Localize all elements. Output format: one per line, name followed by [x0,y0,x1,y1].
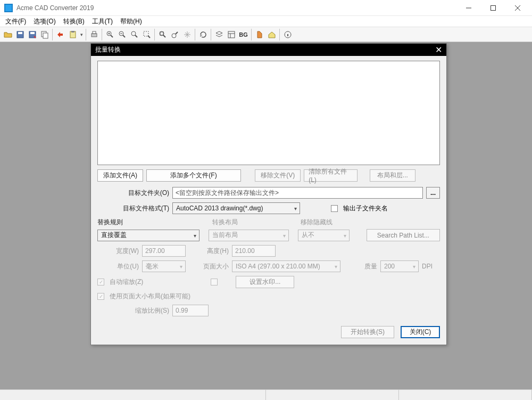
output-subfolder-checkbox[interactable] [331,205,338,212]
home-icon[interactable] [265,29,278,40]
svg-rect-14 [144,31,148,36]
use-page-layout-label: 使用页面大小布局(如果可能) [110,292,190,301]
svg-rect-6 [43,33,48,38]
dpi-label: DPI [422,263,437,270]
clear-all-button[interactable]: 清除所有文件(L) [304,169,358,182]
workspace: 批量转换 ✕ 添加文件(A) 添加多个文件(F) 移除文件(V) 清除所有文件(… [0,42,532,389]
dialog-close-icon[interactable]: ✕ [435,46,442,54]
status-cell [266,390,399,400]
remove-hidden-label: 移除隐藏线 [301,218,364,227]
auto-zoom-label: 自动缩放(Z) [110,277,143,287]
page-size-label: 页面大小 [189,262,229,271]
unit-label: 单位(U) [97,262,139,271]
output-subfolder-label: 输出子文件夹名 [343,204,388,213]
layout-icon[interactable] [225,29,237,40]
target-folder-input[interactable]: <留空则按原文件路径保存输出文件> [172,187,423,199]
svg-point-17 [172,34,176,38]
maximize-button[interactable] [481,0,505,16]
refresh-icon[interactable] [197,29,209,40]
copy-icon[interactable] [38,29,51,40]
menubar: 文件(F) 选项(O) 转换(B) 工具(T) 帮助(H) [0,16,532,27]
zoom-window-icon[interactable] [140,29,153,40]
zoom-ratio-label: 缩放比例(S) [97,306,169,315]
batch-convert-icon[interactable] [54,29,66,40]
batch-convert-dialog: 批量转换 ✕ 添加文件(A) 添加多个文件(F) 移除文件(V) 清除所有文件(… [90,43,447,345]
paste-icon[interactable] [66,29,79,40]
svg-rect-0 [491,5,496,10]
file-list[interactable] [97,61,440,165]
statusbar [0,389,532,400]
remove-file-button[interactable]: 移除文件(V) [255,169,301,182]
svg-rect-18 [228,31,235,38]
status-cell [399,390,532,400]
use-page-layout-checkbox[interactable] [97,293,104,300]
unknown-checkbox[interactable] [211,279,218,285]
menu-convert[interactable]: 转换(B) [60,16,88,27]
quality-label: 质量 [344,262,377,271]
paste-dropdown-icon[interactable]: ▾ [79,32,84,37]
auto-zoom-checkbox[interactable] [97,279,104,285]
width-label: 宽度(W) [97,247,139,256]
zoom-in-icon[interactable] [104,29,116,40]
svg-rect-4 [30,32,35,34]
search-path-button[interactable]: Search Path List... [367,229,440,241]
svg-rect-10 [93,31,96,34]
save-as-icon[interactable] [26,29,38,40]
zoom-out-icon[interactable] [116,29,128,40]
svg-point-13 [131,31,136,36]
svg-rect-16 [160,32,163,35]
viewer-icon[interactable] [253,29,265,40]
height-input[interactable]: 210.00 [232,245,276,257]
app-icon [4,4,13,12]
zoom-icon[interactable] [128,29,140,40]
toolbar: ▾ BG [0,27,532,42]
minimize-button[interactable] [456,0,481,16]
add-file-button[interactable]: 添加文件(A) [97,169,143,182]
menu-file[interactable]: 文件(F) [2,16,29,27]
titlebar: Acme CAD Converter 2019 [0,0,532,16]
zoom-ratio-input[interactable]: 0.99 [172,305,209,316]
remove-hidden-select[interactable]: 从不 [298,230,350,241]
save-icon[interactable] [14,29,26,40]
target-format-label: 目标文件格式(T) [97,204,169,213]
svg-rect-2 [18,32,22,34]
pan-icon[interactable] [181,29,193,40]
bg-toggle-icon[interactable]: BG [237,29,250,40]
height-label: 高度(H) [189,247,229,256]
info-icon[interactable] [281,29,294,40]
target-format-select[interactable]: AutoCAD 2013 drawing(*.dwg) [172,202,300,214]
replace-rule-select[interactable]: 直接覆盖 [97,230,200,241]
menu-help[interactable]: 帮助(H) [117,16,145,27]
svg-rect-9 [92,34,97,37]
close-button[interactable] [505,0,530,16]
zoom-all-icon[interactable] [169,29,181,40]
replace-rule-label: 替换规则 [97,218,129,227]
page-size-select[interactable]: ISO A4 (297.00 x 210.00 MM) [232,260,340,272]
dialog-title: 批量转换 [95,45,435,54]
add-multiple-files-button[interactable]: 添加多个文件(F) [146,169,241,182]
browse-folder-button[interactable]: ... [426,187,440,199]
width-input[interactable]: 297.00 [142,245,186,257]
open-icon[interactable] [2,29,14,40]
unit-select[interactable]: 毫米 [142,260,186,272]
convert-layout-label: 转换布局 [212,218,297,227]
convert-layout-select[interactable]: 当前布局 [209,230,289,241]
dialog-titlebar[interactable]: 批量转换 ✕ [91,44,446,56]
layouts-layers-button[interactable]: 布局和层... [370,169,415,182]
start-convert-button[interactable]: 开始转换(S) [341,326,394,338]
close-dialog-button[interactable]: 关闭(C) [401,326,440,338]
layers-icon[interactable] [213,29,225,40]
status-cell [0,390,266,400]
app-title: Acme CAD Converter 2019 [16,4,456,12]
watermark-button[interactable]: 设置水印... [236,276,294,288]
menu-options[interactable]: 选项(O) [30,16,59,27]
svg-rect-8 [71,31,74,32]
zoom-extents-icon[interactable] [156,29,169,40]
target-folder-label: 目标文件夹(O) [97,189,169,198]
menu-tools[interactable]: 工具(T) [89,16,116,27]
quality-select[interactable]: 200 [380,260,419,272]
print-icon[interactable] [88,29,100,40]
